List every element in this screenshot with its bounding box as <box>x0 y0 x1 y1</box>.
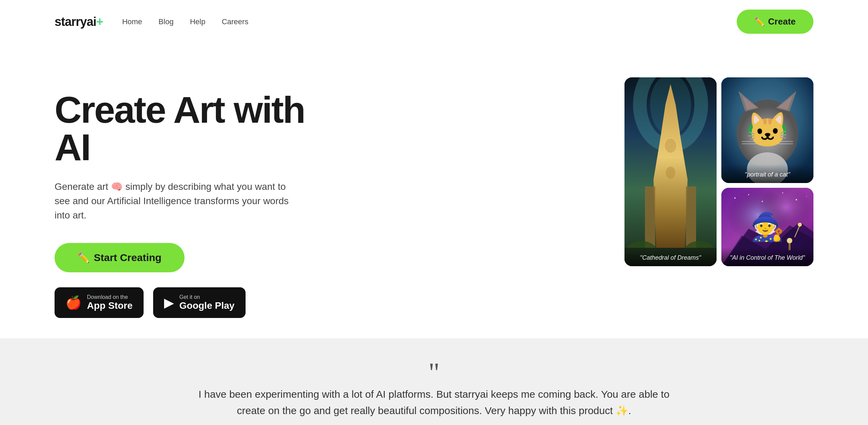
app-store-large: App Store <box>87 300 133 311</box>
svg-point-38 <box>787 238 792 243</box>
navbar: starryai+ Home Blog Help Careers Create <box>0 0 868 43</box>
ai-caption: "AI in Control of The World" <box>721 247 813 266</box>
create-button[interactable]: Create <box>737 10 813 34</box>
svg-marker-21 <box>765 140 770 144</box>
svg-point-34 <box>762 201 763 202</box>
logo[interactable]: starryai+ <box>55 15 103 29</box>
start-creating-button[interactable]: Start Creating <box>55 243 185 272</box>
google-play-large: Google Play <box>179 300 235 311</box>
app-store-text: Download on the App Store <box>87 294 133 311</box>
hero-subtitle: Generate art 🧠 simply by describing what… <box>55 180 293 223</box>
nav-left: starryai+ Home Blog Help Careers <box>55 15 248 29</box>
art-card-ai: "AI in Control of The World" <box>721 188 813 266</box>
app-store-small: Download on the <box>87 294 133 300</box>
svg-point-17 <box>749 123 762 138</box>
cathedral-caption: "Cathedral of Dreams" <box>624 247 717 266</box>
hero-title: Create Art with AI <box>55 91 348 166</box>
svg-point-35 <box>782 193 783 194</box>
hero-images: "Cathedral of Dreams" <box>624 71 813 266</box>
svg-point-18 <box>773 123 786 138</box>
cathedral-svg <box>624 77 717 266</box>
svg-point-20 <box>777 124 782 136</box>
quote-mark: " <box>55 366 813 379</box>
svg-point-37 <box>806 196 807 197</box>
apple-icon: 🍎 <box>65 295 82 310</box>
cathedral-art <box>624 77 717 266</box>
testimonial-section: " I have been experimenting with a lot o… <box>0 338 868 425</box>
google-play-small: Get it on <box>179 294 235 300</box>
svg-point-32 <box>734 197 736 199</box>
logo-plus: + <box>96 15 103 29</box>
svg-point-7 <box>666 167 675 179</box>
cat-caption: "portrait of a cat" <box>721 164 813 183</box>
svg-point-33 <box>748 194 749 195</box>
google-play-text: Get it on Google Play <box>179 294 235 311</box>
svg-point-41 <box>798 223 802 227</box>
app-store-button[interactable]: 🍎 Download on the App Store <box>55 287 144 318</box>
nav-blog[interactable]: Blog <box>159 17 174 26</box>
svg-point-6 <box>664 138 677 153</box>
art-card-cathedral: "Cathedral of Dreams" <box>624 77 717 266</box>
nav-help[interactable]: Help <box>190 17 205 26</box>
google-play-button[interactable]: ▶ Get it on Google Play <box>153 287 246 318</box>
app-buttons: 🍎 Download on the App Store ▶ Get it on … <box>55 287 348 318</box>
testimonial-text: I have been experimenting with a lot of … <box>195 386 673 419</box>
hero-left: Create Art with AI Generate art 🧠 simply… <box>55 71 348 318</box>
hero-section: Create Art with AI Generate art 🧠 simply… <box>0 43 868 338</box>
google-play-icon: ▶ <box>164 295 174 310</box>
art-card-cat: "portrait of a cat" <box>721 77 813 183</box>
nav-careers[interactable]: Careers <box>222 17 248 26</box>
nav-links: Home Blog Help Careers <box>122 17 248 26</box>
nav-home[interactable]: Home <box>122 17 142 26</box>
svg-point-36 <box>796 199 797 200</box>
svg-point-19 <box>753 124 758 136</box>
